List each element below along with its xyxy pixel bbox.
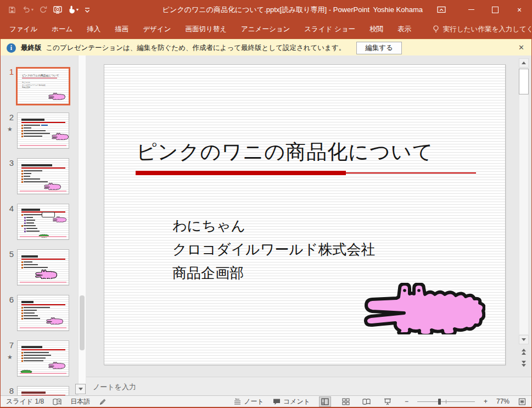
zoom-slider[interactable] <box>417 398 475 405</box>
animation-star-icon: ★ <box>7 126 13 133</box>
subtitle-line: 商品企画部 <box>172 261 375 285</box>
slide-title[interactable]: ピンクのワニの商品化について <box>136 138 434 166</box>
thumbnail-image <box>17 113 69 149</box>
slide-thumbnail-8[interactable]: 8 <box>1 386 77 395</box>
undo-icon[interactable]: ▾ <box>22 6 33 13</box>
slideshow-view-button[interactable] <box>382 396 394 407</box>
notes-placeholder: ノートを入力 <box>93 382 136 392</box>
animation-star-icon: ★ <box>7 354 13 361</box>
scroll-down-button[interactable] <box>519 335 529 344</box>
mini-croc-image <box>35 270 57 279</box>
undo-dropdown-icon[interactable]: ▾ <box>31 8 33 12</box>
subtitle-line: わにちゃん <box>172 214 375 238</box>
tab-file[interactable]: ファイル <box>1 19 44 39</box>
edit-anyway-button[interactable]: 編集する <box>356 42 402 54</box>
notes-pane[interactable]: ノートを入力 <box>86 377 531 396</box>
slide-thumbnail-7[interactable]: 7 ★ <box>1 340 77 379</box>
mini-title-bar <box>21 119 44 121</box>
mini-line: 商品企画部 <box>22 86 70 89</box>
zoom-out-button[interactable]: − <box>405 398 408 405</box>
spell-check-icon[interactable] <box>53 398 61 405</box>
title-underline-thin <box>346 172 476 174</box>
double-chevron-up-icon <box>522 352 526 355</box>
lightbulb-icon <box>433 25 439 33</box>
minimize-button[interactable] <box>459 0 483 19</box>
final-version-message-bar: i 最終版 このプレゼンテーションは、編集を防ぐため、作成者によって最終版として… <box>1 39 531 56</box>
repeat-icon[interactable] <box>40 6 47 14</box>
slide-thumbnail-3[interactable]: 3 <box>1 158 77 197</box>
scroll-up-button[interactable] <box>519 58 529 68</box>
info-icon: i <box>7 43 16 53</box>
mini-title-bar <box>21 255 38 258</box>
slide-thumbnail-1[interactable]: 1 ピンクのワニの商品化について わにちゃん クロコダイルワールド株式会社 商品… <box>1 67 77 105</box>
slide-subtitle-block[interactable]: わにちゃん クロコダイルワールド株式会社 商品企画部 <box>172 214 375 285</box>
chevron-down-icon <box>522 338 526 341</box>
zoom-slider-thumb[interactable] <box>438 399 441 405</box>
touch-mode-dropdown-icon[interactable]: ▾ <box>76 8 79 12</box>
account-user-name[interactable]: Yoshie Kohama <box>373 5 423 14</box>
customize-qat-icon[interactable] <box>85 7 90 13</box>
thumbnail-image <box>17 340 69 377</box>
maximize-button[interactable] <box>483 0 507 19</box>
slide-indicator[interactable]: スライド 1/8 <box>6 397 44 406</box>
tab-animations[interactable]: アニメーション <box>234 19 297 39</box>
mini-pink-line <box>20 282 66 283</box>
thumbnail-image <box>17 295 69 331</box>
language-indicator[interactable]: 日本語 <box>70 397 90 406</box>
zoom-in-button[interactable]: + <box>484 398 488 405</box>
tab-insert[interactable]: 挿入 <box>80 19 108 39</box>
tab-draw[interactable]: 描画 <box>108 19 136 39</box>
chevron-up-icon <box>522 62 526 64</box>
zoom-level[interactable]: 77% <box>496 398 509 405</box>
thumbnail-image <box>17 204 69 240</box>
double-chevron-down-icon <box>522 364 526 367</box>
mini-red-line <box>21 259 65 260</box>
title-bar: ▾ ▾ ピンクのワニの商品化について.pptx[読み取り専用] - PowerP… <box>1 0 531 19</box>
fit-slide-to-window-button[interactable] <box>518 398 526 405</box>
scrollbar-thumb[interactable] <box>519 69 529 94</box>
thumbnail-scroll-down-button[interactable] <box>75 384 86 394</box>
tab-view[interactable]: 表示 <box>390 19 418 39</box>
ink-pen-icon[interactable] <box>99 398 107 405</box>
slide-thumbnail-4[interactable]: 4 <box>1 204 77 242</box>
tell-me-label: 実行したい作業を入力してください <box>443 25 532 34</box>
vertical-scrollbar[interactable] <box>519 68 529 335</box>
tab-design[interactable]: デザイン <box>136 19 178 39</box>
reading-view-button[interactable] <box>361 396 373 407</box>
tab-home[interactable]: ホーム <box>44 19 80 39</box>
previous-slide-button[interactable] <box>519 347 529 356</box>
message-close-icon[interactable]: ✕ <box>518 43 524 52</box>
mini-red-line <box>21 304 65 305</box>
pink-croc-image[interactable] <box>363 283 485 334</box>
tell-me-box[interactable]: 実行したい作業を入力してください <box>433 25 532 34</box>
mini-red-line <box>21 122 65 123</box>
next-slide-button[interactable] <box>519 359 529 368</box>
slide-number: 3 <box>4 158 14 167</box>
save-icon[interactable] <box>8 6 16 14</box>
comments-toggle[interactable]: コメント <box>273 397 310 406</box>
thumbnail-scrollbar[interactable] <box>78 55 86 395</box>
powerpoint-window: ▾ ▾ ピンクのワニの商品化について.pptx[読み取り専用] - PowerP… <box>0 0 532 408</box>
slide-editing-surface[interactable]: ピンクのワニの商品化について わにちゃん クロコダイルワールド株式会社 商品企画… <box>104 64 506 365</box>
slide-thumbnail-6[interactable]: 6 <box>1 295 77 333</box>
normal-view-button[interactable] <box>319 396 331 407</box>
zoom-slider-tick <box>446 400 446 404</box>
touch-mouse-mode-icon[interactable]: ▾ <box>68 5 79 14</box>
notes-toggle[interactable]: ノート <box>234 397 264 406</box>
mini-croc-image <box>52 133 69 140</box>
start-from-beginning-icon[interactable] <box>53 6 62 14</box>
slide-thumbnail-2[interactable]: 2 ★ <box>1 113 77 151</box>
mini-pink-line <box>20 145 66 146</box>
close-button[interactable]: × <box>507 0 531 19</box>
message-text: このプレゼンテーションは、編集を防ぐため、作成者によって最終版として設定されてい… <box>46 43 346 53</box>
ribbon-display-options-icon[interactable] <box>437 6 446 13</box>
mini-croc-image <box>48 93 65 100</box>
slide-thumbnail-5[interactable]: 5 <box>1 249 77 288</box>
tab-review[interactable]: 校閲 <box>362 19 390 39</box>
slide-number: 6 <box>4 295 14 304</box>
mini-title-underline <box>22 78 57 79</box>
tab-slideshow[interactable]: スライド ショー <box>297 19 362 39</box>
tab-transitions[interactable]: 画面切り替え <box>178 19 234 39</box>
thumbnail-scrollbar-thumb[interactable] <box>80 295 85 350</box>
slide-sorter-view-button[interactable] <box>340 396 352 407</box>
